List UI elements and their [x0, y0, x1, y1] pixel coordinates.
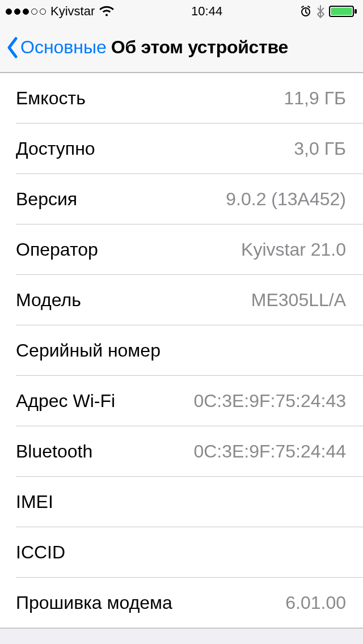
row-value: 6.01.00	[285, 592, 346, 613]
status-bar: Kyivstar 10:44	[0, 0, 363, 23]
row-label: Модель	[16, 290, 81, 311]
back-label: Основные	[20, 37, 107, 58]
battery-icon	[329, 5, 357, 18]
row-label: Адрес Wi-Fi	[16, 391, 115, 412]
row-label: Емкость	[16, 88, 86, 109]
signal-strength-icon	[6, 9, 46, 15]
svg-rect-2	[331, 8, 352, 15]
status-time: 10:44	[191, 4, 222, 19]
wifi-icon	[99, 6, 114, 17]
chevron-left-icon	[6, 36, 19, 59]
row-imei[interactable]: IMEI	[0, 477, 363, 527]
row-modem-firmware[interactable]: Прошивка модема 6.01.00	[0, 578, 363, 628]
row-value: Kyivstar 21.0	[241, 239, 346, 260]
row-bluetooth[interactable]: Bluetooth 0C:3E:9F:75:24:44	[0, 426, 363, 477]
row-value: 9.0.2 (13A452)	[226, 189, 346, 210]
row-iccid[interactable]: ICCID	[0, 527, 363, 578]
row-value: 0C:3E:9F:75:24:44	[193, 441, 346, 462]
bluetooth-icon	[316, 5, 324, 18]
row-label: Оператор	[16, 239, 98, 260]
row-value: ME305LL/A	[251, 290, 346, 311]
row-value: 11,9 ГБ	[284, 88, 347, 109]
navigation-bar: Основные Об этом устройстве	[0, 23, 363, 73]
page-title: Об этом устройстве	[111, 37, 288, 58]
row-label: Прошивка модема	[16, 592, 172, 613]
row-label: Доступно	[16, 138, 95, 159]
about-table: Емкость 11,9 ГБ Доступно 3,0 ГБ Версия 9…	[0, 73, 363, 628]
footer-gap	[0, 628, 363, 644]
row-capacity[interactable]: Емкость 11,9 ГБ	[0, 73, 363, 124]
row-carrier[interactable]: Оператор Kyivstar 21.0	[0, 224, 363, 275]
status-left: Kyivstar	[6, 4, 114, 19]
row-value: 0C:3E:9F:75:24:43	[193, 391, 346, 412]
svg-rect-3	[354, 9, 357, 14]
carrier-label: Kyivstar	[50, 4, 95, 19]
row-serial[interactable]: Серийный номер	[0, 325, 363, 376]
row-label: IMEI	[16, 492, 53, 512]
row-value: 3,0 ГБ	[294, 138, 346, 159]
row-label: Версия	[16, 189, 77, 210]
row-label: Bluetooth	[16, 441, 92, 462]
alarm-icon	[299, 5, 312, 18]
row-label: ICCID	[16, 542, 65, 563]
row-model[interactable]: Модель ME305LL/A	[0, 275, 363, 325]
row-available[interactable]: Доступно 3,0 ГБ	[0, 124, 363, 174]
row-version[interactable]: Версия 9.0.2 (13A452)	[0, 174, 363, 224]
back-button[interactable]: Основные	[6, 36, 107, 59]
row-label: Серийный номер	[16, 340, 161, 361]
status-right	[299, 5, 357, 18]
row-wifi-address[interactable]: Адрес Wi-Fi 0C:3E:9F:75:24:43	[0, 376, 363, 426]
